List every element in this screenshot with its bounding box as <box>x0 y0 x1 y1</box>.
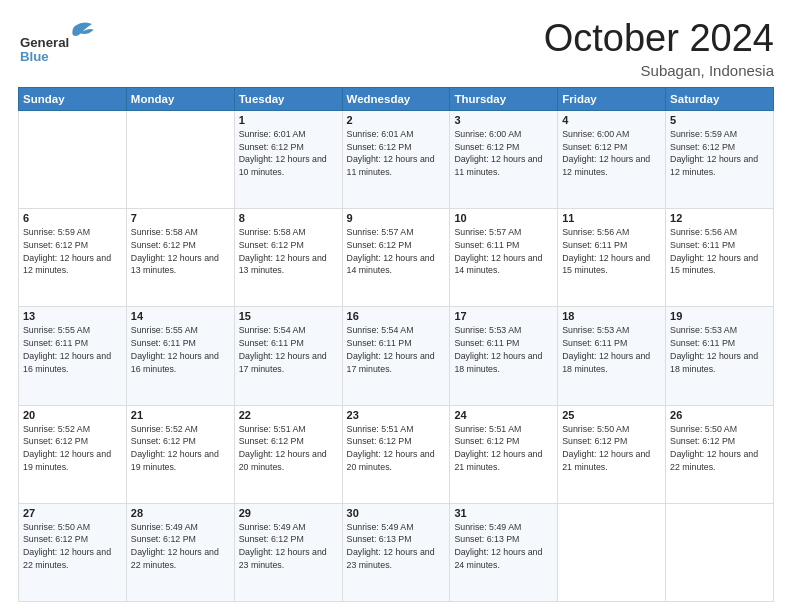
day-info: Sunrise: 5:52 AMSunset: 6:12 PMDaylight:… <box>23 423 122 474</box>
day-info: Sunrise: 5:49 AMSunset: 6:12 PMDaylight:… <box>131 521 230 572</box>
calendar-day-19: 19Sunrise: 5:53 AMSunset: 6:11 PMDayligh… <box>666 307 774 405</box>
calendar-day-5: 5Sunrise: 5:59 AMSunset: 6:12 PMDaylight… <box>666 110 774 208</box>
day-number: 31 <box>454 507 553 519</box>
calendar-week-row: 1Sunrise: 6:01 AMSunset: 6:12 PMDaylight… <box>19 110 774 208</box>
day-info: Sunrise: 5:57 AMSunset: 6:11 PMDaylight:… <box>454 226 553 277</box>
day-info: Sunrise: 5:54 AMSunset: 6:11 PMDaylight:… <box>239 324 338 375</box>
day-info: Sunrise: 5:59 AMSunset: 6:12 PMDaylight:… <box>670 128 769 179</box>
calendar-day-22: 22Sunrise: 5:51 AMSunset: 6:12 PMDayligh… <box>234 405 342 503</box>
day-info: Sunrise: 5:54 AMSunset: 6:11 PMDaylight:… <box>347 324 446 375</box>
calendar-day-25: 25Sunrise: 5:50 AMSunset: 6:12 PMDayligh… <box>558 405 666 503</box>
day-number: 7 <box>131 212 230 224</box>
calendar-day-20: 20Sunrise: 5:52 AMSunset: 6:12 PMDayligh… <box>19 405 127 503</box>
day-info: Sunrise: 6:00 AMSunset: 6:12 PMDaylight:… <box>562 128 661 179</box>
svg-text:General: General <box>20 35 69 50</box>
calendar-day-27: 27Sunrise: 5:50 AMSunset: 6:12 PMDayligh… <box>19 503 127 601</box>
calendar-day-17: 17Sunrise: 5:53 AMSunset: 6:11 PMDayligh… <box>450 307 558 405</box>
day-number: 26 <box>670 409 769 421</box>
calendar-day-11: 11Sunrise: 5:56 AMSunset: 6:11 PMDayligh… <box>558 209 666 307</box>
calendar-day-28: 28Sunrise: 5:49 AMSunset: 6:12 PMDayligh… <box>126 503 234 601</box>
location: Subagan, Indonesia <box>544 62 774 79</box>
calendar-empty-cell <box>126 110 234 208</box>
calendar-header-tuesday: Tuesday <box>234 87 342 110</box>
day-number: 15 <box>239 310 338 322</box>
day-info: Sunrise: 5:50 AMSunset: 6:12 PMDaylight:… <box>670 423 769 474</box>
calendar-empty-cell <box>19 110 127 208</box>
calendar-day-16: 16Sunrise: 5:54 AMSunset: 6:11 PMDayligh… <box>342 307 450 405</box>
calendar-day-4: 4Sunrise: 6:00 AMSunset: 6:12 PMDaylight… <box>558 110 666 208</box>
calendar-day-23: 23Sunrise: 5:51 AMSunset: 6:12 PMDayligh… <box>342 405 450 503</box>
calendar-day-9: 9Sunrise: 5:57 AMSunset: 6:12 PMDaylight… <box>342 209 450 307</box>
calendar-day-30: 30Sunrise: 5:49 AMSunset: 6:13 PMDayligh… <box>342 503 450 601</box>
title-block: October 2024 Subagan, Indonesia <box>544 18 774 79</box>
calendar-header-sunday: Sunday <box>19 87 127 110</box>
day-info: Sunrise: 5:53 AMSunset: 6:11 PMDaylight:… <box>562 324 661 375</box>
day-info: Sunrise: 5:58 AMSunset: 6:12 PMDaylight:… <box>131 226 230 277</box>
day-info: Sunrise: 5:51 AMSunset: 6:12 PMDaylight:… <box>239 423 338 474</box>
day-number: 11 <box>562 212 661 224</box>
calendar-day-26: 26Sunrise: 5:50 AMSunset: 6:12 PMDayligh… <box>666 405 774 503</box>
day-info: Sunrise: 5:58 AMSunset: 6:12 PMDaylight:… <box>239 226 338 277</box>
day-number: 4 <box>562 114 661 126</box>
day-info: Sunrise: 6:01 AMSunset: 6:12 PMDaylight:… <box>239 128 338 179</box>
day-info: Sunrise: 5:57 AMSunset: 6:12 PMDaylight:… <box>347 226 446 277</box>
day-number: 13 <box>23 310 122 322</box>
day-number: 12 <box>670 212 769 224</box>
day-info: Sunrise: 5:49 AMSunset: 6:12 PMDaylight:… <box>239 521 338 572</box>
day-info: Sunrise: 5:51 AMSunset: 6:12 PMDaylight:… <box>454 423 553 474</box>
calendar-week-row: 20Sunrise: 5:52 AMSunset: 6:12 PMDayligh… <box>19 405 774 503</box>
calendar-header-saturday: Saturday <box>666 87 774 110</box>
calendar-empty-cell <box>666 503 774 601</box>
calendar-day-2: 2Sunrise: 6:01 AMSunset: 6:12 PMDaylight… <box>342 110 450 208</box>
logo-svg: General Blue <box>18 18 108 66</box>
calendar-day-3: 3Sunrise: 6:00 AMSunset: 6:12 PMDaylight… <box>450 110 558 208</box>
calendar: SundayMondayTuesdayWednesdayThursdayFrid… <box>18 87 774 602</box>
day-number: 23 <box>347 409 446 421</box>
calendar-day-7: 7Sunrise: 5:58 AMSunset: 6:12 PMDaylight… <box>126 209 234 307</box>
calendar-day-24: 24Sunrise: 5:51 AMSunset: 6:12 PMDayligh… <box>450 405 558 503</box>
day-number: 6 <box>23 212 122 224</box>
calendar-empty-cell <box>558 503 666 601</box>
day-number: 29 <box>239 507 338 519</box>
day-number: 10 <box>454 212 553 224</box>
calendar-week-row: 6Sunrise: 5:59 AMSunset: 6:12 PMDaylight… <box>19 209 774 307</box>
day-info: Sunrise: 6:00 AMSunset: 6:12 PMDaylight:… <box>454 128 553 179</box>
day-number: 17 <box>454 310 553 322</box>
calendar-day-13: 13Sunrise: 5:55 AMSunset: 6:11 PMDayligh… <box>19 307 127 405</box>
day-info: Sunrise: 5:55 AMSunset: 6:11 PMDaylight:… <box>23 324 122 375</box>
calendar-week-row: 27Sunrise: 5:50 AMSunset: 6:12 PMDayligh… <box>19 503 774 601</box>
calendar-day-21: 21Sunrise: 5:52 AMSunset: 6:12 PMDayligh… <box>126 405 234 503</box>
day-info: Sunrise: 5:53 AMSunset: 6:11 PMDaylight:… <box>454 324 553 375</box>
day-number: 2 <box>347 114 446 126</box>
day-info: Sunrise: 5:50 AMSunset: 6:12 PMDaylight:… <box>23 521 122 572</box>
day-number: 9 <box>347 212 446 224</box>
calendar-header-row: SundayMondayTuesdayWednesdayThursdayFrid… <box>19 87 774 110</box>
day-info: Sunrise: 5:56 AMSunset: 6:11 PMDaylight:… <box>670 226 769 277</box>
calendar-day-15: 15Sunrise: 5:54 AMSunset: 6:11 PMDayligh… <box>234 307 342 405</box>
calendar-day-1: 1Sunrise: 6:01 AMSunset: 6:12 PMDaylight… <box>234 110 342 208</box>
day-number: 21 <box>131 409 230 421</box>
day-info: Sunrise: 5:50 AMSunset: 6:12 PMDaylight:… <box>562 423 661 474</box>
day-info: Sunrise: 5:56 AMSunset: 6:11 PMDaylight:… <box>562 226 661 277</box>
day-number: 25 <box>562 409 661 421</box>
day-number: 30 <box>347 507 446 519</box>
header: General Blue October 2024 Subagan, Indon… <box>18 18 774 79</box>
day-info: Sunrise: 5:55 AMSunset: 6:11 PMDaylight:… <box>131 324 230 375</box>
day-info: Sunrise: 6:01 AMSunset: 6:12 PMDaylight:… <box>347 128 446 179</box>
logo: General Blue <box>18 18 108 66</box>
day-number: 18 <box>562 310 661 322</box>
day-info: Sunrise: 5:49 AMSunset: 6:13 PMDaylight:… <box>454 521 553 572</box>
calendar-header-friday: Friday <box>558 87 666 110</box>
calendar-day-14: 14Sunrise: 5:55 AMSunset: 6:11 PMDayligh… <box>126 307 234 405</box>
day-number: 16 <box>347 310 446 322</box>
day-info: Sunrise: 5:59 AMSunset: 6:12 PMDaylight:… <box>23 226 122 277</box>
calendar-day-10: 10Sunrise: 5:57 AMSunset: 6:11 PMDayligh… <box>450 209 558 307</box>
calendar-day-8: 8Sunrise: 5:58 AMSunset: 6:12 PMDaylight… <box>234 209 342 307</box>
day-number: 27 <box>23 507 122 519</box>
calendar-header-wednesday: Wednesday <box>342 87 450 110</box>
calendar-week-row: 13Sunrise: 5:55 AMSunset: 6:11 PMDayligh… <box>19 307 774 405</box>
day-number: 1 <box>239 114 338 126</box>
calendar-header-monday: Monday <box>126 87 234 110</box>
calendar-day-31: 31Sunrise: 5:49 AMSunset: 6:13 PMDayligh… <box>450 503 558 601</box>
day-number: 14 <box>131 310 230 322</box>
